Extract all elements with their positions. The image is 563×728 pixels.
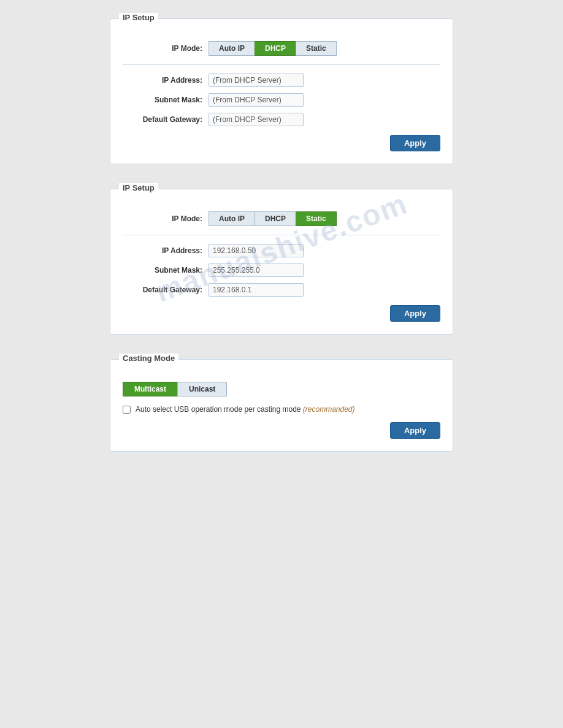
auto-usb-label: Auto select USB operation mode per casti…	[136, 405, 301, 414]
default-gateway-label-1: Default Gateway:	[123, 115, 209, 124]
ip-address-label-2: IP Address:	[123, 246, 209, 255]
static-btn-2[interactable]: Static	[296, 211, 337, 226]
subnet-mask-label-1: Subnet Mask:	[123, 96, 209, 104]
ip-mode-label-1: IP Mode:	[123, 44, 209, 53]
subnet-mask-input-2[interactable]	[209, 264, 304, 277]
casting-mode-buttons: Multicast Unicast	[123, 382, 440, 396]
default-gateway-label-2: Default Gateway:	[123, 286, 209, 294]
ip-mode-buttons-1: Auto IP DHCP Static	[209, 41, 337, 56]
ip-mode-label-2: IP Mode:	[123, 214, 209, 223]
ip-address-label-1: IP Address:	[123, 76, 209, 85]
apply-button-3[interactable]: Apply	[390, 422, 440, 439]
default-gateway-input-2[interactable]	[209, 283, 304, 297]
subnet-mask-input-1[interactable]	[209, 93, 304, 107]
panel1-title: IP Setup	[119, 13, 158, 22]
auto-usb-row: Auto select USB operation mode per casti…	[123, 405, 440, 414]
dhcp-btn-1[interactable]: DHCP	[255, 41, 296, 56]
panel3-title: Casting Mode	[119, 354, 178, 363]
default-gateway-input-1[interactable]	[209, 113, 304, 126]
recommended-label: (recommanded)	[303, 405, 355, 414]
ip-mode-buttons-2: Auto IP DHCP Static	[209, 211, 337, 226]
multicast-btn[interactable]: Multicast	[123, 382, 177, 396]
ip-address-input-2[interactable]	[209, 244, 304, 257]
static-btn-1[interactable]: Static	[296, 41, 337, 56]
ip-setup-panel-1: IP Setup IP Mode: Auto IP DHCP Static IP…	[110, 18, 453, 164]
unicast-btn[interactable]: Unicast	[177, 382, 227, 396]
panel2-title: IP Setup	[119, 183, 158, 192]
ip-address-input-1[interactable]	[209, 74, 304, 87]
auto-usb-checkbox[interactable]	[123, 406, 131, 414]
auto-ip-btn-2[interactable]: Auto IP	[209, 211, 255, 226]
subnet-mask-label-2: Subnet Mask:	[123, 266, 209, 275]
apply-button-2[interactable]: Apply	[390, 305, 440, 322]
casting-mode-panel: Casting Mode Multicast Unicast Auto sele…	[110, 359, 453, 452]
auto-ip-btn-1[interactable]: Auto IP	[209, 41, 255, 56]
apply-button-1[interactable]: Apply	[390, 135, 440, 151]
dhcp-btn-2[interactable]: DHCP	[255, 211, 296, 226]
ip-setup-panel-2: IP Setup IP Mode: Auto IP DHCP Static IP…	[110, 189, 453, 335]
